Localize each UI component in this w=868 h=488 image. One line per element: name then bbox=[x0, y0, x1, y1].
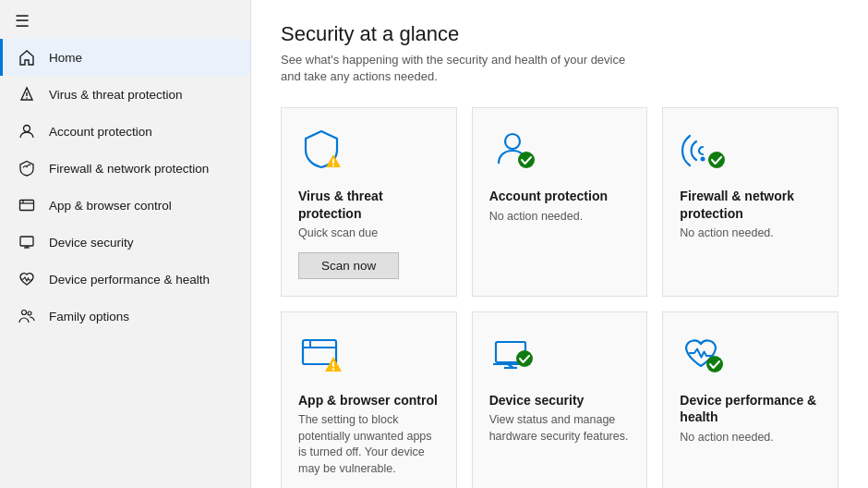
virus-threat-card: Virus & threat protection Quick scan due… bbox=[281, 107, 457, 297]
firewall-card-status: No action needed. bbox=[680, 226, 821, 280]
account-protection-status: No action needed. bbox=[489, 209, 631, 280]
sidebar-item-home[interactable]: Home bbox=[0, 39, 250, 76]
account-protection-title: Account protection bbox=[489, 188, 631, 204]
firewall-icon bbox=[18, 159, 36, 177]
device-security-card: Device security View status and manage h… bbox=[472, 311, 648, 488]
account-protection-card: Account protection No action needed. bbox=[472, 107, 648, 297]
hamburger-icon[interactable]: ☰ bbox=[0, 4, 250, 39]
sidebar-item-virus-label: Virus & threat protection bbox=[49, 88, 183, 102]
browser-control-title: App & browser control bbox=[298, 392, 440, 409]
main-content: Security at a glance See what's happenin… bbox=[251, 0, 868, 488]
svg-point-16 bbox=[701, 157, 705, 162]
svg-point-29 bbox=[706, 356, 723, 372]
virus-threat-title: Virus & threat protection bbox=[298, 188, 440, 221]
sidebar-item-browser[interactable]: App & browser control bbox=[0, 187, 250, 224]
virus-threat-icon bbox=[298, 127, 350, 178]
svg-rect-18 bbox=[303, 340, 336, 364]
sidebar-item-account-label: Account protection bbox=[49, 125, 152, 139]
firewall-card-title: Firewall & network protection bbox=[680, 188, 821, 221]
sidebar: ☰ Home Virus & threat protection Ac bbox=[0, 0, 251, 488]
sidebar-item-firewall-label: Firewall & network protection bbox=[49, 162, 209, 176]
device-health-card-status: No action needed. bbox=[680, 430, 821, 488]
sidebar-item-family-label: Family options bbox=[49, 310, 129, 323]
device-health-card: Device performance & health No action ne… bbox=[662, 311, 838, 488]
firewall-card: Firewall & network protection No action … bbox=[662, 107, 838, 297]
home-icon bbox=[18, 48, 36, 67]
device-security-icon bbox=[18, 233, 36, 251]
device-security-card-title: Device security bbox=[489, 392, 631, 409]
device-health-card-title: Device performance & health bbox=[680, 392, 821, 425]
scan-now-button[interactable]: Scan now bbox=[298, 252, 399, 279]
browser-control-status: The setting to block potentially unwante… bbox=[298, 412, 440, 477]
sidebar-item-device-security-label: Device security bbox=[49, 236, 134, 250]
svg-point-1 bbox=[26, 97, 28, 99]
sidebar-item-browser-label: App & browser control bbox=[49, 199, 172, 213]
svg-rect-6 bbox=[20, 237, 33, 246]
svg-point-2 bbox=[24, 126, 30, 132]
cards-grid: Virus & threat protection Quick scan due… bbox=[281, 107, 838, 488]
sidebar-item-virus[interactable]: Virus & threat protection bbox=[0, 76, 250, 113]
svg-rect-3 bbox=[20, 201, 34, 211]
virus-icon bbox=[18, 85, 36, 104]
firewall-card-icon bbox=[680, 127, 731, 178]
virus-threat-status: Quick scan due bbox=[298, 226, 440, 242]
svg-point-15 bbox=[518, 152, 535, 168]
svg-point-14 bbox=[505, 134, 520, 149]
account-icon bbox=[18, 122, 36, 140]
svg-point-13 bbox=[332, 165, 334, 166]
sidebar-item-device-health-label: Device performance & health bbox=[49, 273, 210, 287]
svg-point-10 bbox=[28, 311, 31, 315]
sidebar-item-account[interactable]: Account protection bbox=[0, 113, 250, 150]
sidebar-item-home-label: Home bbox=[49, 51, 82, 65]
svg-point-17 bbox=[708, 152, 725, 168]
device-health-card-icon bbox=[680, 331, 731, 383]
page-title: Security at a glance bbox=[281, 22, 838, 46]
account-protection-icon bbox=[489, 127, 541, 178]
sidebar-item-family[interactable]: Family options bbox=[0, 298, 250, 335]
sidebar-item-firewall[interactable]: Firewall & network protection bbox=[0, 150, 250, 187]
family-icon bbox=[18, 307, 36, 325]
browser-icon bbox=[18, 196, 36, 214]
browser-control-card: App & browser control The setting to blo… bbox=[281, 311, 457, 488]
device-security-card-status: View status and manage hardware security… bbox=[489, 412, 631, 488]
device-security-card-icon bbox=[489, 331, 541, 383]
svg-point-9 bbox=[22, 311, 27, 315]
browser-control-icon bbox=[298, 331, 350, 383]
svg-point-28 bbox=[516, 350, 533, 367]
sidebar-item-device-security[interactable]: Device security bbox=[0, 224, 250, 261]
device-health-icon bbox=[18, 270, 36, 288]
sidebar-item-device-health[interactable]: Device performance & health bbox=[0, 261, 250, 298]
svg-point-23 bbox=[332, 369, 334, 371]
page-subtitle: See what's happening with the security a… bbox=[281, 52, 632, 85]
